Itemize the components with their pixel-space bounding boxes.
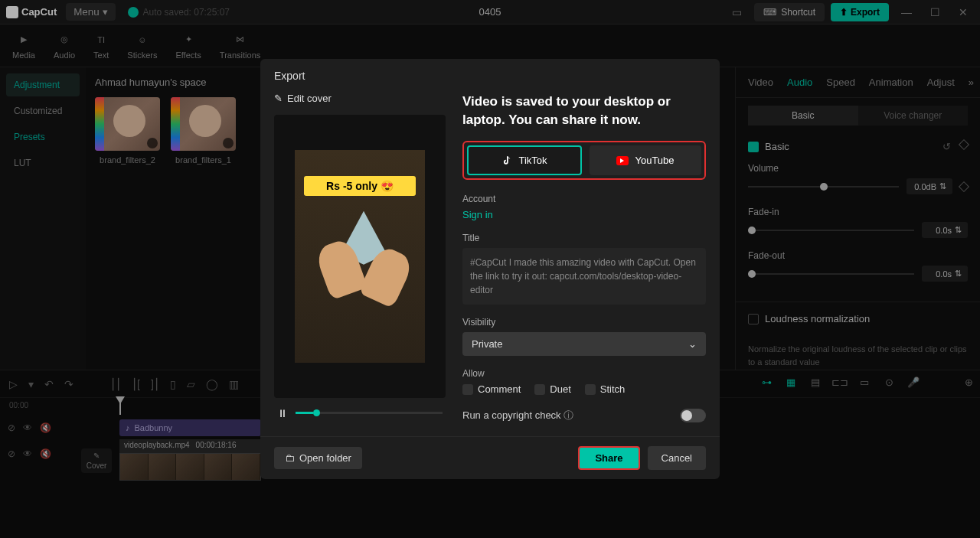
folder-icon: 🗀 bbox=[285, 452, 295, 464]
overlay-text: Rs -5 only 😍 bbox=[304, 176, 416, 196]
comment-checkbox[interactable] bbox=[462, 384, 473, 395]
tiktok-icon bbox=[501, 155, 512, 166]
export-modal: Export ✎ Edit cover Rs -5 only 😍 bbox=[260, 59, 720, 480]
visibility-select[interactable]: Private ⌄ bbox=[462, 332, 706, 356]
visibility-label: Visibility bbox=[462, 317, 706, 328]
allow-label: Allow bbox=[462, 368, 706, 379]
info-icon[interactable]: ⓘ bbox=[564, 409, 573, 421]
progress-bar[interactable] bbox=[296, 412, 443, 414]
signin-link[interactable]: Sign in bbox=[462, 209, 706, 220]
preview-controls: ⏸ bbox=[274, 407, 446, 419]
comment-label: Comment bbox=[478, 383, 521, 395]
pause-button[interactable]: ⏸ bbox=[277, 407, 288, 419]
copyright-label: Run a copyright check bbox=[462, 409, 561, 421]
modal-title: Export bbox=[260, 59, 720, 93]
edit-cover-button[interactable]: ✎ Edit cover bbox=[274, 93, 446, 104]
account-label: Account bbox=[462, 194, 706, 204]
stitch-checkbox[interactable] bbox=[585, 384, 596, 395]
youtube-button[interactable]: YouTube bbox=[590, 145, 701, 175]
copyright-toggle[interactable] bbox=[680, 409, 706, 422]
modal-overlay: Export ✎ Edit cover Rs -5 only 😍 bbox=[0, 0, 980, 538]
stitch-label: Stitch bbox=[600, 383, 626, 395]
cancel-button[interactable]: Cancel bbox=[648, 446, 706, 470]
title-textarea[interactable]: #CapCut I made this amazing video with C… bbox=[462, 248, 706, 305]
allow-options: Comment Duet Stitch bbox=[462, 383, 706, 395]
title-label: Title bbox=[462, 233, 706, 243]
open-folder-button[interactable]: 🗀 Open folder bbox=[274, 447, 362, 469]
modal-footer: 🗀 Open folder Share Cancel bbox=[260, 436, 720, 479]
chevron-down-icon: ⌄ bbox=[688, 338, 697, 350]
share-heading: Video is saved to your desktop or laptop… bbox=[462, 93, 706, 129]
share-column: Video is saved to your desktop or laptop… bbox=[462, 93, 706, 423]
pencil-icon: ✎ bbox=[274, 93, 283, 104]
tiktok-button[interactable]: TikTok bbox=[467, 145, 582, 175]
duet-label: Duet bbox=[550, 383, 570, 395]
preview-column: ✎ Edit cover Rs -5 only 😍 ⏸ bbox=[274, 93, 446, 423]
share-button[interactable]: Share bbox=[578, 446, 639, 470]
youtube-icon bbox=[616, 156, 629, 165]
copyright-row: Run a copyright check ⓘ bbox=[462, 409, 706, 422]
video-preview: Rs -5 only 😍 bbox=[274, 115, 446, 398]
platform-selector: TikTok YouTube bbox=[462, 141, 706, 180]
duet-checkbox[interactable] bbox=[534, 384, 545, 395]
